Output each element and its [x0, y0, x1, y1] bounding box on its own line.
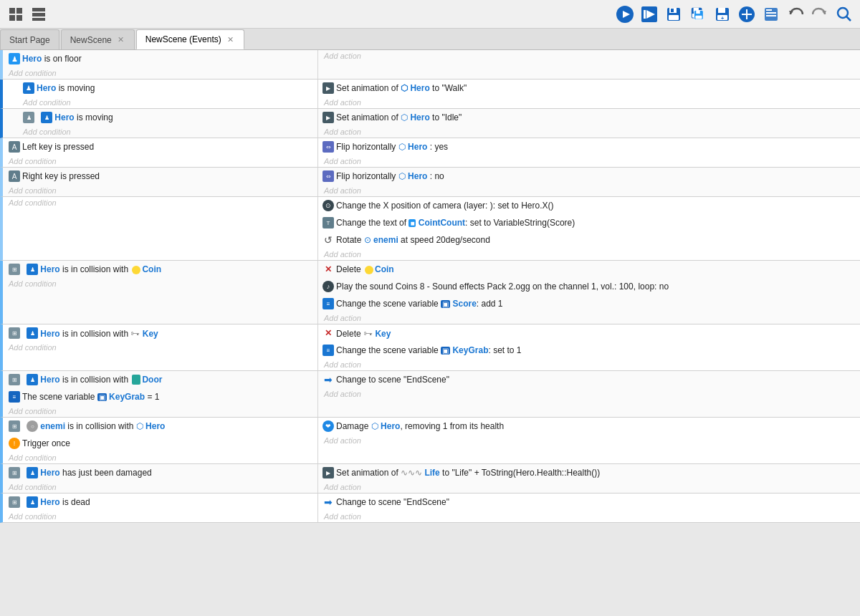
- add-button[interactable]: [737, 4, 757, 24]
- add-action-3[interactable]: Add action: [318, 126, 860, 138]
- add-action-5[interactable]: Add action: [318, 185, 860, 196]
- action-text: Change the text of ■ CointCount: set to …: [336, 218, 575, 228]
- event-row-1: ♟ Hero is on floor Add condition Add act…: [0, 50, 860, 80]
- damage-icon: ❤: [322, 420, 334, 432]
- add-condition-12[interactable]: Add condition: [3, 511, 317, 522]
- flip-icon2: ⇔: [322, 170, 334, 182]
- add-action-1[interactable]: Add action: [318, 50, 860, 62]
- action-9-1: ➡ Change to scene "EndScene": [318, 371, 860, 388]
- actions-pane-4: ⇔ Flip horizontally ⬡ Hero : yes Add act…: [318, 138, 860, 167]
- action-text: Change to scene "EndScene": [336, 375, 449, 385]
- add-condition-3[interactable]: Add condition: [3, 126, 317, 138]
- action-7-3: ≡ Change the scene variable ▣ Score: add…: [318, 295, 860, 312]
- cam-icon: ⊙: [322, 200, 334, 211]
- svg-text:+: +: [721, 15, 725, 21]
- save-as-button[interactable]: +: [712, 4, 732, 24]
- conditions-pane-5: A Right key is pressed Add condition: [3, 168, 318, 196]
- add-action-2[interactable]: Add action: [318, 97, 860, 108]
- hero-icon2: ♟: [41, 112, 52, 123]
- add-condition-10[interactable]: Add condition: [3, 452, 317, 463]
- actions-pane-10: ❤ Damage ⬡ Hero, removing 1 from its hea…: [318, 418, 860, 463]
- play-button[interactable]: [615, 4, 635, 24]
- action-8-1: ✕ Delete 🗝 Key: [318, 324, 860, 342]
- conditions-pane-10: ⊞ ○ enemi is in collision with ⬡ Hero ! …: [3, 418, 318, 463]
- add-action-10[interactable]: Add action: [318, 435, 860, 446]
- condition-10-2: ! Trigger once: [3, 435, 317, 452]
- toolbar: +: [0, 0, 860, 29]
- collision-icon: ⊞: [9, 264, 20, 275]
- actions-pane-9: ➡ Change to scene "EndScene" Add action: [318, 371, 860, 417]
- action-6-3: ↺ Rotate ⊙ enemi at speed 20deg/second: [318, 231, 860, 249]
- action-text: Damage ⬡ Hero, removing 1 from its healt…: [336, 421, 504, 431]
- add-action-9[interactable]: Add action: [318, 388, 860, 400]
- conditions-pane-9: ⊞ ♟ Hero is in collision with Door ≡ The…: [3, 371, 318, 417]
- add-condition-5[interactable]: Add condition: [3, 185, 317, 196]
- add-condition-7[interactable]: Add condition: [3, 278, 317, 289]
- tab-start-page[interactable]: Start Page: [0, 29, 59, 49]
- flip-icon: ⇔: [322, 141, 334, 153]
- add-condition-8[interactable]: Add condition: [3, 342, 317, 353]
- actions-pane-5: ⇔ Flip horizontally ⬡ Hero : no Add acti…: [318, 168, 860, 196]
- collision-icon4: ⊞: [9, 420, 20, 432]
- add-action-6[interactable]: Add action: [318, 249, 860, 260]
- add-condition-6[interactable]: Add condition: [3, 197, 317, 208]
- action-text: Delete Coin: [336, 264, 394, 274]
- svg-rect-23: [718, 8, 725, 13]
- condition-text: Hero is dead: [40, 497, 90, 507]
- add-action-4[interactable]: Add action: [318, 155, 860, 167]
- tabs-bar: Start Page NewScene ✕ NewScene (Events) …: [0, 29, 860, 50]
- action-text: Delete 🗝 Key: [336, 328, 391, 339]
- add-action-11[interactable]: Add action: [318, 481, 860, 493]
- hero-icon6: ♟: [27, 467, 38, 478]
- tab-close-new-scene-events[interactable]: ✕: [226, 34, 235, 45]
- hero-move2-icon: ♟: [23, 112, 34, 123]
- tab-close-new-scene[interactable]: ✕: [116, 34, 125, 45]
- actions-pane-8: ✕ Delete 🗝 Key ≡ Change the scene variab…: [318, 324, 860, 370]
- save-all-button[interactable]: [688, 4, 708, 24]
- add-condition-11[interactable]: Add condition: [3, 481, 317, 493]
- key-icon2: A: [9, 170, 20, 182]
- preview-button[interactable]: [639, 4, 659, 24]
- svg-rect-6: [32, 18, 45, 21]
- tab-label: NewScene: [70, 35, 112, 45]
- save-scene-button[interactable]: [664, 4, 684, 24]
- add-condition-9[interactable]: Add condition: [3, 405, 317, 417]
- conditions-pane-12: ⊞ ♟ Hero is dead Add condition: [3, 494, 318, 522]
- action-6-1: ⊙ Change the X position of camera (layer…: [318, 197, 860, 214]
- add-condition-2[interactable]: Add condition: [3, 97, 317, 108]
- svg-rect-11: [644, 10, 646, 19]
- conditions-pane-7: ⊞ ♟ Hero is in collision with Coin Add c…: [3, 261, 318, 324]
- action-text: Change to scene "EndScene": [336, 497, 449, 507]
- actions-pane-12: ➡ Change to scene "EndScene" Add action: [318, 494, 860, 522]
- add-action-8[interactable]: Add action: [318, 359, 860, 370]
- condition-3-1: ♟ ♟ Hero is moving: [3, 109, 317, 126]
- search-button[interactable]: [834, 4, 854, 24]
- redo-button[interactable]: [810, 4, 830, 24]
- event-row-6: Add condition ⊙ Change the X position of…: [0, 197, 860, 261]
- export-button[interactable]: [761, 4, 781, 24]
- svg-rect-20: [696, 10, 700, 14]
- add-condition-1[interactable]: Add condition: [3, 67, 317, 79]
- change-scene-icon2: ➡: [322, 496, 334, 508]
- condition-text: Left key is pressed: [22, 142, 94, 152]
- add-condition-4[interactable]: Add condition: [3, 155, 317, 167]
- add-action-12[interactable]: Add action: [318, 511, 860, 522]
- event-row-2: ♟ Hero is moving Add condition ▶ Set ani…: [0, 80, 860, 109]
- undo-button[interactable]: [785, 4, 806, 24]
- condition-text: Hero has just been damaged: [40, 468, 151, 478]
- conditions-pane-6: Add condition: [3, 197, 318, 260]
- layout-icon[interactable]: [29, 4, 49, 24]
- action-text: Set animation of ⬡ Hero to "Walk": [336, 83, 467, 93]
- add-action-7[interactable]: Add action: [318, 312, 860, 324]
- grid-icon[interactable]: [6, 4, 26, 24]
- action-11-1: ▶ Set animation of ∿∿∿ Life to "Life" + …: [318, 464, 860, 481]
- conditions-pane-2: ♟ Hero is moving Add condition: [3, 80, 318, 108]
- condition-4-1: A Left key is pressed: [3, 138, 317, 155]
- tab-new-scene[interactable]: NewScene ✕: [61, 29, 135, 49]
- enemy-icon: ○: [27, 420, 38, 432]
- tab-new-scene-events[interactable]: NewScene (Events) ✕: [136, 29, 244, 49]
- event-row-10: ⊞ ○ enemi is in collision with ⬡ Hero ! …: [0, 418, 860, 464]
- condition-9-2: ≡ The scene variable ▣ KeyGrab = 1: [3, 388, 317, 405]
- delete-icon2: ✕: [322, 327, 334, 339]
- event-row-9: ⊞ ♟ Hero is in collision with Door ≡ The…: [0, 371, 860, 418]
